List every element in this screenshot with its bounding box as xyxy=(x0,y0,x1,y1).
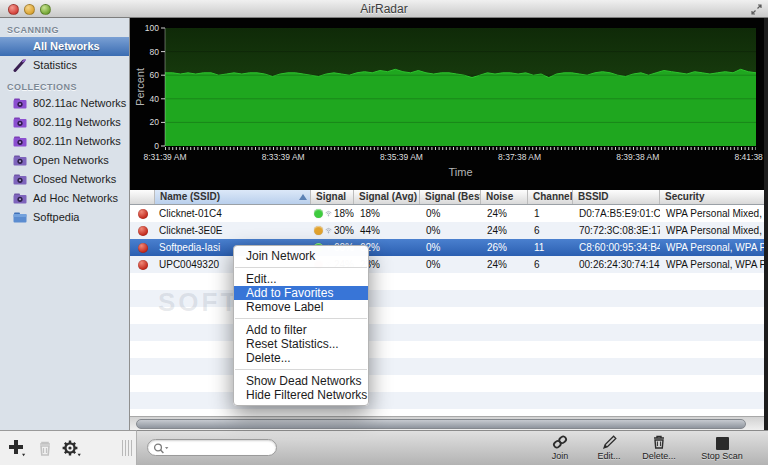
column-header-security[interactable]: Security xyxy=(660,190,768,204)
column-header-signal[interactable]: Signal xyxy=(311,190,354,204)
join-button[interactable]: Join xyxy=(535,433,585,464)
sidebar-item-open-networks[interactable]: Open Networks xyxy=(0,151,129,170)
table-row-selected[interactable]: Softpedia-Iasi 60% 62% 0% 26% 11 C8:60:0… xyxy=(130,239,768,256)
svg-text:60: 60 xyxy=(150,70,160,80)
dead-network-icon xyxy=(138,243,148,253)
sidebar-section-scanning: SCANNING xyxy=(0,18,129,37)
table-header-row: Name (SSID) Signal Signal (Avg) Signal (… xyxy=(130,190,768,205)
sidebar-item-softpedia[interactable]: Softpedia xyxy=(0,208,129,227)
column-header-status[interactable] xyxy=(130,190,155,204)
quality-dot xyxy=(314,226,323,235)
gear-button[interactable] xyxy=(60,437,82,459)
table-row[interactable]: UPC0049320 24% 23% 0% 24% 6 00:26:24:30:… xyxy=(130,256,768,273)
globe-icon xyxy=(13,40,27,53)
add-button[interactable] xyxy=(6,437,28,459)
smart-folder-icon xyxy=(13,116,27,129)
dead-network-icon xyxy=(138,226,148,236)
menu-item-reset-statistics[interactable]: Reset Statistics... xyxy=(234,337,368,351)
sidebar: SCANNING All Networks Statistics COLLECT… xyxy=(0,18,130,430)
smart-folder-icon xyxy=(13,192,27,205)
svg-text:0: 0 xyxy=(154,141,159,151)
empty-row xyxy=(130,324,768,341)
svg-text:8:35:39 AM: 8:35:39 AM xyxy=(380,152,423,162)
menu-separator xyxy=(235,318,367,319)
sidebar-item-80211g[interactable]: 802.11g Networks xyxy=(0,113,129,132)
menu-item-edit[interactable]: Edit... xyxy=(234,272,368,286)
table-row[interactable]: Clicknet-01C4 18% 18% 0% 24% 1 D0:7A:B5:… xyxy=(130,205,768,222)
stop-scan-button[interactable]: Stop Scan xyxy=(689,433,755,464)
smart-folder-icon xyxy=(13,135,27,148)
menu-item-hide-filtered-networks[interactable]: Hide Filtered Networks xyxy=(234,388,368,402)
folder-icon xyxy=(13,211,27,224)
column-header-signal-avg[interactable]: Signal (Avg) xyxy=(354,190,420,204)
pencil-icon xyxy=(601,434,618,450)
delete-button[interactable]: Delete... xyxy=(633,433,685,464)
horizontal-scrollbar xyxy=(130,416,768,430)
empty-row xyxy=(130,358,768,375)
menu-separator xyxy=(235,369,367,370)
sidebar-item-statistics[interactable]: Statistics xyxy=(0,56,129,75)
svg-text:Percent: Percent xyxy=(134,68,146,106)
link-icon xyxy=(550,434,570,450)
search-field[interactable] xyxy=(147,439,277,456)
svg-text:8:39:38 AM: 8:39:38 AM xyxy=(616,152,659,162)
smart-folder-icon xyxy=(13,97,27,110)
trash-button-disabled[interactable] xyxy=(34,437,56,459)
main-footer: Join Edit... Delete... Stop Scan xyxy=(137,430,768,465)
context-menu: Join Network Edit... Add to Favorites Re… xyxy=(233,245,369,406)
empty-row xyxy=(130,409,768,416)
menu-item-delete[interactable]: Delete... xyxy=(234,351,368,365)
trash-icon xyxy=(651,434,667,450)
menu-item-remove-label[interactable]: Remove Label xyxy=(234,300,368,314)
svg-text:100: 100 xyxy=(145,23,159,33)
svg-text:Time: Time xyxy=(448,166,472,178)
svg-text:8:41:38 AM: 8:41:38 AM xyxy=(734,152,768,162)
table-row[interactable]: Clicknet-3E0E 30% 44% 0% 24% 6 70:72:3C:… xyxy=(130,222,768,239)
svg-text:40: 40 xyxy=(150,94,160,104)
sidebar-section-collections: COLLECTIONS xyxy=(0,75,129,94)
edit-button[interactable]: Edit... xyxy=(585,433,633,464)
column-header-name[interactable]: Name (SSID) xyxy=(155,190,311,204)
statistics-pen-icon xyxy=(13,59,27,72)
svg-text:20: 20 xyxy=(150,117,160,127)
menu-separator xyxy=(235,267,367,268)
title-bar: AirRadar xyxy=(0,0,768,18)
smart-folder-icon xyxy=(13,154,27,167)
bottom-toolbar: Join Edit... Delete... Stop Scan xyxy=(0,430,768,465)
column-header-bssid[interactable]: BSSID xyxy=(573,190,660,204)
svg-text:8:31:39 AM: 8:31:39 AM xyxy=(143,152,186,162)
search-icon xyxy=(153,442,170,455)
sidebar-item-all-networks[interactable]: All Networks xyxy=(0,37,129,56)
quality-dot xyxy=(314,209,323,218)
window-right-edge xyxy=(764,18,768,430)
svg-text:8:33:39 AM: 8:33:39 AM xyxy=(262,152,305,162)
menu-item-join-network[interactable]: Join Network xyxy=(234,249,368,263)
svg-text:8:37:38 AM: 8:37:38 AM xyxy=(498,152,541,162)
empty-row xyxy=(130,375,768,392)
column-header-channel[interactable]: Channel xyxy=(528,190,573,204)
column-header-signal-best[interactable]: Signal (Best) xyxy=(420,190,481,204)
menu-item-show-dead-networks[interactable]: Show Dead Networks xyxy=(234,374,368,388)
window-title: AirRadar xyxy=(0,2,768,16)
search-input[interactable] xyxy=(172,441,272,454)
svg-text:80: 80 xyxy=(150,47,160,57)
fullscreen-icon[interactable] xyxy=(750,3,763,16)
menu-item-add-to-favorites[interactable]: Add to Favorites xyxy=(234,286,368,300)
wifi-icon xyxy=(325,226,332,235)
smart-folder-icon xyxy=(13,173,27,186)
sidebar-item-closed-networks[interactable]: Closed Networks xyxy=(0,170,129,189)
menu-item-add-to-filter[interactable]: Add to filter xyxy=(234,323,368,337)
dead-network-icon xyxy=(138,209,148,219)
sidebar-footer xyxy=(0,430,137,465)
scrollbar-thumb[interactable] xyxy=(136,419,746,429)
empty-row xyxy=(130,341,768,358)
sidebar-item-80211ac[interactable]: 802.11ac Networks xyxy=(0,94,129,113)
column-header-noise[interactable]: Noise xyxy=(481,190,528,204)
sidebar-item-80211n[interactable]: 802.11n Networks xyxy=(0,132,129,151)
sort-ascending-icon xyxy=(299,194,307,200)
wifi-icon xyxy=(325,209,332,218)
sidebar-item-adhoc-networks[interactable]: Ad Hoc Networks xyxy=(0,189,129,208)
empty-row xyxy=(130,392,768,409)
resize-handle[interactable] xyxy=(122,440,132,456)
signal-chart: 0204060801008:31:39 AM8:33:39 AM8:35:39 … xyxy=(130,18,768,190)
